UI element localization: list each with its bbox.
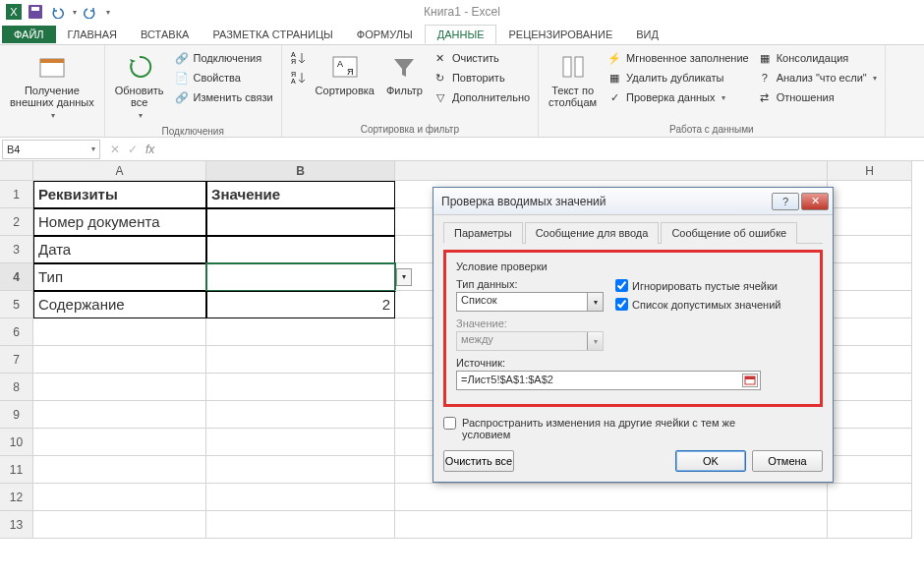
edit-links-button[interactable]: 🔗Изменить связи: [172, 88, 275, 106]
cell[interactable]: [206, 429, 395, 456]
propagate-checkbox[interactable]: [443, 417, 456, 430]
dialog-close-button[interactable]: ✕: [801, 193, 829, 210]
row-header[interactable]: 12: [0, 484, 33, 511]
cell[interactable]: [395, 511, 828, 539]
dialog-tab-error-msg[interactable]: Сообщение об ошибке: [661, 222, 797, 244]
cell[interactable]: [395, 484, 828, 511]
row-header[interactable]: 13: [0, 511, 33, 539]
cell[interactable]: [206, 346, 395, 374]
cell[interactable]: Тип: [33, 263, 206, 291]
cell[interactable]: [828, 263, 912, 291]
filter-button[interactable]: Фильтр: [382, 49, 427, 98]
enter-formula-icon[interactable]: ✓: [128, 143, 138, 156]
sort-desc-button[interactable]: ЯА: [288, 69, 308, 87]
type-select[interactable]: Список▾: [456, 292, 604, 312]
cell[interactable]: [206, 401, 395, 429]
relations-button[interactable]: ⇄Отношения: [755, 88, 879, 106]
cell[interactable]: Значение: [206, 181, 395, 208]
undo-dropdown-icon[interactable]: ▾: [73, 8, 77, 17]
cell[interactable]: [828, 346, 912, 374]
ok-button[interactable]: OK: [675, 450, 746, 472]
row-header[interactable]: 5: [0, 291, 33, 318]
connections-button[interactable]: 🔗Подключения: [172, 49, 275, 67]
tab-view[interactable]: ВИД: [624, 26, 670, 43]
source-input[interactable]: =Лист5!$A$1:$A$2: [456, 371, 761, 390]
cell[interactable]: Содержание: [33, 291, 206, 318]
cell[interactable]: [828, 291, 912, 318]
col-header-H[interactable]: H: [828, 161, 912, 181]
cell[interactable]: [206, 456, 395, 484]
row-header[interactable]: 6: [0, 318, 33, 346]
dialog-tab-input-msg[interactable]: Сообщение для ввода: [525, 222, 660, 244]
cell[interactable]: [828, 374, 912, 401]
tab-review[interactable]: РЕЦЕНЗИРОВАНИЕ: [496, 26, 624, 43]
row-header[interactable]: 8: [0, 374, 33, 401]
row-header[interactable]: 7: [0, 346, 33, 374]
cell[interactable]: [828, 318, 912, 346]
cell[interactable]: 2: [206, 291, 395, 318]
tab-formulas[interactable]: ФОРМУЛЫ: [345, 26, 425, 43]
cell[interactable]: [828, 401, 912, 429]
cell[interactable]: [33, 401, 206, 429]
cell[interactable]: [33, 429, 206, 456]
fx-icon[interactable]: fx: [145, 143, 154, 156]
dialog-titlebar[interactable]: Проверка вводимых значений ? ✕: [433, 188, 833, 215]
cell[interactable]: [33, 318, 206, 346]
cell[interactable]: [206, 208, 395, 236]
cell[interactable]: [33, 484, 206, 511]
whatif-button[interactable]: ?Анализ "что если"▾: [755, 69, 879, 87]
cell[interactable]: [828, 484, 912, 511]
tab-file[interactable]: ФАЙЛ: [2, 26, 56, 43]
tab-data[interactable]: ДАННЫЕ: [425, 25, 497, 44]
row-header[interactable]: 3: [0, 236, 33, 263]
name-box[interactable]: B4▾: [2, 140, 100, 159]
cell[interactable]: [33, 346, 206, 374]
save-icon[interactable]: [28, 4, 43, 20]
undo-icon[interactable]: [49, 4, 65, 20]
cell[interactable]: [828, 236, 912, 263]
cell[interactable]: [206, 374, 395, 401]
dialog-tab-settings[interactable]: Параметры: [443, 222, 523, 244]
cell[interactable]: [33, 511, 206, 539]
sort-button[interactable]: AЯ Сортировка: [312, 49, 378, 98]
consolidate-button[interactable]: ▦Консолидация: [755, 49, 879, 67]
cell[interactable]: [206, 484, 395, 511]
flash-fill-button[interactable]: ⚡Мгновенное заполнение: [605, 49, 751, 67]
cell[interactable]: [828, 208, 912, 236]
cell[interactable]: Дата: [33, 236, 206, 263]
dialog-help-button[interactable]: ?: [772, 193, 799, 210]
cell[interactable]: [828, 429, 912, 456]
in-cell-dropdown-checkbox[interactable]: Список допустимых значений: [615, 298, 780, 311]
advanced-filter-button[interactable]: ▽Дополнительно: [431, 88, 532, 106]
redo-icon[interactable]: [83, 4, 98, 20]
data-validation-button[interactable]: ✓Проверка данных▾: [605, 88, 751, 106]
col-header-B[interactable]: B: [206, 161, 395, 181]
cell[interactable]: ▾: [206, 263, 395, 291]
sort-asc-button[interactable]: АЯ: [288, 49, 308, 67]
cell[interactable]: [828, 181, 912, 208]
get-external-data-button[interactable]: Получение внешних данных▾: [6, 49, 98, 124]
reapply-button[interactable]: ↻Повторить: [431, 69, 532, 87]
refresh-all-button[interactable]: Обновить все▾: [111, 49, 168, 124]
row-header[interactable]: 4: [0, 263, 33, 291]
properties-button[interactable]: 📄Свойства: [172, 69, 275, 87]
range-picker-icon[interactable]: [742, 374, 758, 387]
remove-duplicates-button[interactable]: ▦Удалить дубликаты: [605, 69, 751, 87]
cell[interactable]: [33, 456, 206, 484]
tab-layout[interactable]: РАЗМЕТКА СТРАНИЦЫ: [201, 26, 344, 43]
row-header[interactable]: 1: [0, 181, 33, 208]
cell[interactable]: Номер документа: [33, 208, 206, 236]
namebox-dropdown-icon[interactable]: ▾: [91, 144, 95, 153]
cancel-formula-icon[interactable]: ✕: [110, 143, 120, 156]
cell[interactable]: [828, 456, 912, 484]
clear-filter-button[interactable]: ✕Очистить: [431, 49, 532, 67]
row-header[interactable]: 10: [0, 429, 33, 456]
tab-insert[interactable]: ВСТАВКА: [129, 26, 201, 43]
cell[interactable]: [206, 511, 395, 539]
text-to-columns-button[interactable]: Текст по столбцам: [545, 49, 601, 110]
row-header[interactable]: 11: [0, 456, 33, 484]
cell[interactable]: Реквизиты: [33, 181, 206, 208]
cancel-button[interactable]: Отмена: [752, 450, 823, 472]
cell[interactable]: [206, 318, 395, 346]
clear-all-button[interactable]: Очистить все: [443, 450, 514, 472]
